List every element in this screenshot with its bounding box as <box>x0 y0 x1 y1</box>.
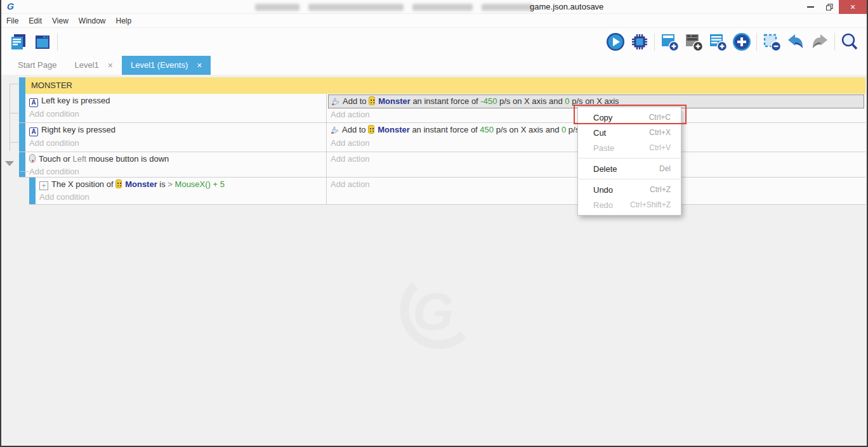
redo-button[interactable] <box>808 30 832 54</box>
menu-item-label: Undo <box>593 185 613 195</box>
menu-item-shortcut: Ctrl+X <box>649 128 671 137</box>
add-condition-link[interactable]: Add condition <box>36 191 326 204</box>
add-subevent-button[interactable] <box>681 30 706 54</box>
menu-item-label: Delete <box>593 164 617 174</box>
conditions-cell[interactable]: Touch or Left mouse button is down Add c… <box>25 152 326 177</box>
action-text: Add to <box>342 125 368 134</box>
tree-line <box>10 84 18 84</box>
condition-operator: > <box>168 179 174 189</box>
context-menu-item-cut[interactable]: Cut Ctrl+X <box>578 125 681 140</box>
conditions-cell[interactable]: ALeft key is pressed Add condition <box>25 94 326 122</box>
comment-text: MONSTER <box>25 77 865 94</box>
action-text: p/s on X axis and <box>497 96 565 106</box>
conditions-cell[interactable]: ARight key is pressed Add condition <box>25 123 326 152</box>
debug-icon <box>629 32 650 52</box>
add-subevent-icon <box>683 32 704 52</box>
action-text: p/s on X axis <box>570 96 619 106</box>
svg-text:G: G <box>412 282 454 341</box>
add-comment-button[interactable] <box>706 30 730 54</box>
menu-item-label: Paste <box>593 143 614 153</box>
context-menu-item-undo[interactable]: Undo Ctrl+Z <box>578 182 681 197</box>
event-selection-bar <box>19 77 25 94</box>
position-icon: + <box>39 181 48 190</box>
menu-separator <box>579 158 680 159</box>
search-button[interactable] <box>838 30 862 54</box>
scene-editor-button[interactable] <box>30 30 55 54</box>
redo-icon <box>810 32 830 52</box>
event-selection-bar <box>19 123 25 152</box>
context-menu-item-delete[interactable]: Delete Del <box>578 161 681 176</box>
condition-text: Touch or <box>39 154 72 164</box>
event-selection-bar <box>19 152 25 177</box>
conditions-cell[interactable]: +The X position of Monster is > MouseX()… <box>36 178 326 204</box>
monster-object-icon <box>115 179 122 188</box>
action-text: p/s on X axis and <box>494 125 562 134</box>
collapse-arrow-icon[interactable] <box>5 161 14 166</box>
event-row[interactable]: Touch or Left mouse button is down Add c… <box>19 152 865 178</box>
tab-close-icon[interactable]: × <box>197 56 202 75</box>
event-row[interactable]: ARight key is pressed Add condition Add … <box>19 123 865 152</box>
sub-event-row[interactable]: +The X position of Monster is > MouseX()… <box>29 178 865 205</box>
condition-text: mouse button is down <box>86 154 169 164</box>
action-text: an instant force of <box>410 125 480 134</box>
scene-editor-icon <box>33 32 52 51</box>
menu-item-shortcut: Ctrl+V <box>649 143 671 152</box>
object-name: Monster <box>125 179 157 189</box>
close-button[interactable]: × <box>839 0 867 14</box>
undo-button[interactable] <box>784 30 808 54</box>
context-menu: Copy Ctrl+C Cut Ctrl+X Paste Ctrl+V Dele… <box>577 107 681 216</box>
object-name: Monster <box>378 96 411 106</box>
tab-level1[interactable]: Level1 × <box>65 56 122 75</box>
tab-start-page[interactable]: Start Page <box>9 56 65 75</box>
add-new-icon <box>732 32 752 52</box>
comment-row[interactable]: MONSTER <box>19 77 865 94</box>
event-row[interactable]: ALeft key is pressed Add condition Add t… <box>19 94 865 123</box>
add-condition-link[interactable]: Add condition <box>25 137 326 150</box>
mouse-icon <box>29 154 36 163</box>
toolbar-separator <box>756 33 757 51</box>
minimize-button[interactable] <box>801 0 820 14</box>
search-icon <box>839 32 860 52</box>
debug-button[interactable] <box>628 30 652 54</box>
add-condition-link[interactable]: Add condition <box>25 165 326 177</box>
project-manager-button[interactable] <box>6 30 30 54</box>
toolbar-separator <box>834 33 835 51</box>
tab-close-icon[interactable]: × <box>108 56 113 75</box>
menu-bar: File Edit View Window Help <box>1 14 867 28</box>
menu-item-label: Copy <box>593 113 612 122</box>
restore-icon <box>826 4 833 11</box>
restore-button[interactable] <box>820 0 839 14</box>
play-button[interactable] <box>603 30 628 54</box>
context-menu-item-copy[interactable]: Copy Ctrl+C <box>578 110 681 125</box>
tab-level1-events[interactable]: Level1 (Events) × <box>122 56 211 75</box>
project-manager-icon <box>9 32 28 51</box>
tree-line <box>20 171 29 172</box>
menu-window[interactable]: Window <box>79 14 112 28</box>
condition-text: Right key is pressed <box>41 125 115 134</box>
condition-text: Left key is pressed <box>41 96 110 105</box>
tab-label: Level1 <box>74 56 98 75</box>
add-event-button[interactable] <box>657 30 681 54</box>
play-icon <box>605 32 626 52</box>
action-value: 0 <box>565 96 569 106</box>
keyboard-key-icon: A <box>29 98 38 107</box>
force-icon <box>331 97 339 105</box>
menu-view[interactable]: View <box>52 14 75 28</box>
context-menu-item-redo[interactable]: Redo Ctrl+Shift+Z <box>578 197 681 212</box>
add-event-icon <box>659 32 680 52</box>
action-value: -450 <box>480 96 497 106</box>
menu-file[interactable]: File <box>6 14 25 28</box>
context-menu-item-paste[interactable]: Paste Ctrl+V <box>578 140 681 155</box>
add-comment-icon <box>707 32 728 52</box>
remove-selection-button[interactable] <box>760 30 784 54</box>
app-window: G game.json.autosave × File Edit View W <box>0 0 868 447</box>
menu-help[interactable]: Help <box>116 14 138 28</box>
gdevelop-logo-icon: G <box>6 1 15 11</box>
add-condition-link[interactable]: Add condition <box>25 108 326 120</box>
action-value: 450 <box>480 125 494 134</box>
condition-param: Left <box>72 154 86 164</box>
toolbar-separator <box>57 33 58 51</box>
add-new-button[interactable] <box>730 30 754 54</box>
menu-edit[interactable]: Edit <box>29 14 48 28</box>
tree-line <box>10 84 10 151</box>
